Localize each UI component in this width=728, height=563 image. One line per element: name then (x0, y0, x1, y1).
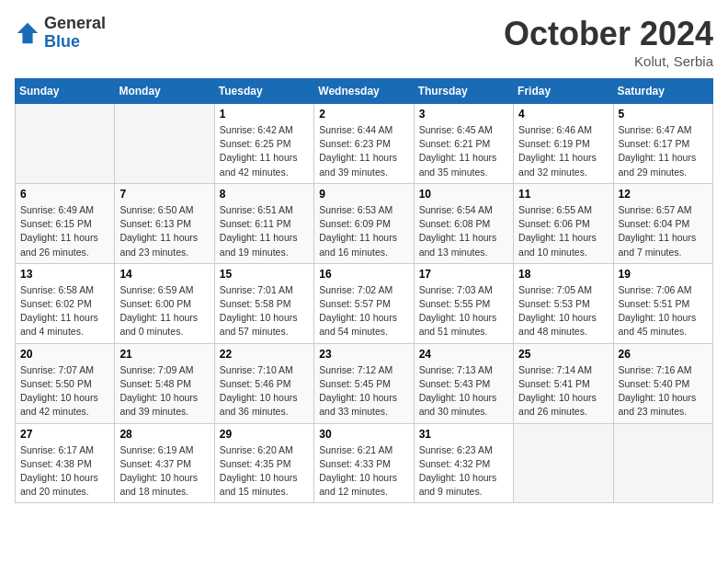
day-info: Sunrise: 6:44 AMSunset: 6:23 PMDaylight:… (319, 123, 408, 179)
calendar-cell: 23Sunrise: 7:12 AMSunset: 5:45 PMDayligh… (314, 343, 414, 423)
calendar-cell: 15Sunrise: 7:01 AMSunset: 5:58 PMDayligh… (214, 263, 313, 343)
calendar-week-row: 1Sunrise: 6:42 AMSunset: 6:25 PMDaylight… (16, 104, 713, 184)
day-number: 11 (518, 188, 608, 201)
day-number: 17 (419, 268, 508, 281)
day-info: Sunrise: 7:14 AMSunset: 5:41 PMDaylight:… (518, 363, 608, 419)
calendar-cell: 12Sunrise: 6:57 AMSunset: 6:04 PMDayligh… (613, 183, 712, 263)
calendar-cell: 25Sunrise: 7:14 AMSunset: 5:41 PMDayligh… (514, 343, 613, 423)
day-info: Sunrise: 6:51 AMSunset: 6:11 PMDaylight:… (220, 203, 309, 259)
calendar-cell: 22Sunrise: 7:10 AMSunset: 5:46 PMDayligh… (214, 343, 313, 423)
day-info: Sunrise: 6:57 AMSunset: 6:04 PMDaylight:… (619, 203, 708, 259)
calendar-cell: 10Sunrise: 6:54 AMSunset: 6:08 PMDayligh… (414, 183, 513, 263)
day-info: Sunrise: 7:02 AMSunset: 5:57 PMDaylight:… (319, 283, 408, 339)
calendar-cell: 20Sunrise: 7:07 AMSunset: 5:50 PMDayligh… (16, 343, 115, 423)
day-info: Sunrise: 7:06 AMSunset: 5:51 PMDaylight:… (619, 283, 708, 339)
calendar-cell: 31Sunrise: 6:23 AMSunset: 4:32 PMDayligh… (414, 423, 513, 503)
logo-blue: Blue (44, 33, 106, 52)
day-info: Sunrise: 6:42 AMSunset: 6:25 PMDaylight:… (220, 123, 309, 179)
logo-icon (15, 20, 40, 46)
weekday-header: Friday (514, 79, 613, 104)
calendar-cell: 3Sunrise: 6:45 AMSunset: 6:21 PMDaylight… (414, 104, 513, 184)
day-info: Sunrise: 6:19 AMSunset: 4:37 PMDaylight:… (119, 443, 209, 500)
day-number: 26 (619, 348, 708, 361)
weekday-header: Thursday (414, 79, 513, 104)
calendar-cell: 24Sunrise: 7:13 AMSunset: 5:43 PMDayligh… (414, 343, 513, 423)
day-number: 21 (119, 348, 209, 361)
day-number: 4 (518, 108, 608, 121)
calendar-cell: 17Sunrise: 7:03 AMSunset: 5:55 PMDayligh… (414, 263, 513, 343)
day-info: Sunrise: 7:05 AMSunset: 5:53 PMDaylight:… (518, 283, 608, 339)
day-number: 23 (319, 348, 408, 361)
day-number: 16 (319, 268, 408, 281)
day-number: 18 (518, 268, 608, 281)
calendar-cell: 13Sunrise: 6:58 AMSunset: 6:02 PMDayligh… (16, 263, 115, 343)
month-title: October 2024 (504, 15, 713, 53)
day-info: Sunrise: 6:23 AMSunset: 4:32 PMDaylight:… (419, 443, 508, 500)
day-number: 29 (220, 428, 309, 441)
location: Kolut, Serbia (504, 53, 713, 69)
day-info: Sunrise: 6:55 AMSunset: 6:06 PMDaylight:… (518, 203, 608, 259)
day-info: Sunrise: 7:12 AMSunset: 5:45 PMDaylight:… (319, 363, 408, 419)
day-info: Sunrise: 6:46 AMSunset: 6:19 PMDaylight:… (518, 123, 608, 179)
day-number: 30 (319, 428, 408, 441)
page-header: General Blue October 2024 Kolut, Serbia (15, 15, 713, 69)
weekday-header: Sunday (16, 79, 115, 104)
calendar-cell: 14Sunrise: 6:59 AMSunset: 6:00 PMDayligh… (115, 263, 214, 343)
weekday-header: Saturday (613, 79, 712, 104)
calendar-cell: 26Sunrise: 7:16 AMSunset: 5:40 PMDayligh… (613, 343, 712, 423)
weekday-header: Monday (115, 79, 214, 104)
calendar-cell: 6Sunrise: 6:49 AMSunset: 6:15 PMDaylight… (16, 183, 115, 263)
calendar-cell: 1Sunrise: 6:42 AMSunset: 6:25 PMDaylight… (214, 104, 313, 184)
day-number: 6 (20, 188, 109, 201)
day-number: 20 (20, 348, 109, 361)
calendar-cell (115, 104, 214, 184)
day-number: 22 (220, 348, 309, 361)
calendar-cell: 29Sunrise: 6:20 AMSunset: 4:35 PMDayligh… (214, 423, 313, 503)
logo-general: General (44, 15, 106, 33)
day-info: Sunrise: 6:54 AMSunset: 6:08 PMDaylight:… (419, 203, 508, 259)
calendar-cell (613, 423, 712, 503)
calendar: SundayMondayTuesdayWednesdayThursdayFrid… (15, 78, 713, 503)
calendar-cell: 9Sunrise: 6:53 AMSunset: 6:09 PMDaylight… (314, 183, 414, 263)
day-info: Sunrise: 6:49 AMSunset: 6:15 PMDaylight:… (20, 203, 109, 259)
day-number: 9 (319, 188, 408, 201)
day-number: 14 (119, 268, 209, 281)
day-info: Sunrise: 6:59 AMSunset: 6:00 PMDaylight:… (119, 283, 209, 339)
day-info: Sunrise: 6:20 AMSunset: 4:35 PMDaylight:… (220, 443, 309, 500)
day-number: 10 (419, 188, 508, 201)
day-info: Sunrise: 7:13 AMSunset: 5:43 PMDaylight:… (419, 363, 508, 419)
weekday-header: Wednesday (314, 79, 414, 104)
day-number: 13 (20, 268, 109, 281)
calendar-cell: 21Sunrise: 7:09 AMSunset: 5:48 PMDayligh… (115, 343, 214, 423)
day-info: Sunrise: 6:47 AMSunset: 6:17 PMDaylight:… (619, 123, 708, 179)
calendar-cell: 8Sunrise: 6:51 AMSunset: 6:11 PMDaylight… (214, 183, 313, 263)
calendar-cell: 18Sunrise: 7:05 AMSunset: 5:53 PMDayligh… (514, 263, 613, 343)
day-info: Sunrise: 7:03 AMSunset: 5:55 PMDaylight:… (419, 283, 508, 339)
calendar-week-row: 6Sunrise: 6:49 AMSunset: 6:15 PMDaylight… (16, 183, 713, 263)
day-number: 5 (619, 108, 708, 121)
calendar-week-row: 27Sunrise: 6:17 AMSunset: 4:38 PMDayligh… (16, 423, 713, 503)
logo-text: General Blue (44, 15, 106, 52)
day-number: 24 (419, 348, 508, 361)
calendar-cell: 2Sunrise: 6:44 AMSunset: 6:23 PMDaylight… (314, 104, 414, 184)
day-info: Sunrise: 7:09 AMSunset: 5:48 PMDaylight:… (119, 363, 209, 419)
calendar-cell: 5Sunrise: 6:47 AMSunset: 6:17 PMDaylight… (613, 104, 712, 184)
day-info: Sunrise: 6:58 AMSunset: 6:02 PMDaylight:… (20, 283, 109, 339)
calendar-cell: 27Sunrise: 6:17 AMSunset: 4:38 PMDayligh… (16, 423, 115, 503)
day-number: 12 (619, 188, 708, 201)
calendar-cell: 19Sunrise: 7:06 AMSunset: 5:51 PMDayligh… (613, 263, 712, 343)
calendar-cell: 7Sunrise: 6:50 AMSunset: 6:13 PMDaylight… (115, 183, 214, 263)
calendar-cell: 28Sunrise: 6:19 AMSunset: 4:37 PMDayligh… (115, 423, 214, 503)
weekday-header: Tuesday (214, 79, 313, 104)
day-info: Sunrise: 6:50 AMSunset: 6:13 PMDaylight:… (119, 203, 209, 259)
day-number: 28 (119, 428, 209, 441)
day-number: 27 (20, 428, 109, 441)
calendar-cell: 30Sunrise: 6:21 AMSunset: 4:33 PMDayligh… (314, 423, 414, 503)
day-number: 1 (220, 108, 309, 121)
day-number: 8 (220, 188, 309, 201)
day-info: Sunrise: 7:10 AMSunset: 5:46 PMDaylight:… (220, 363, 309, 419)
day-number: 15 (220, 268, 309, 281)
calendar-cell: 11Sunrise: 6:55 AMSunset: 6:06 PMDayligh… (514, 183, 613, 263)
calendar-cell: 4Sunrise: 6:46 AMSunset: 6:19 PMDaylight… (514, 104, 613, 184)
calendar-week-row: 20Sunrise: 7:07 AMSunset: 5:50 PMDayligh… (16, 343, 713, 423)
